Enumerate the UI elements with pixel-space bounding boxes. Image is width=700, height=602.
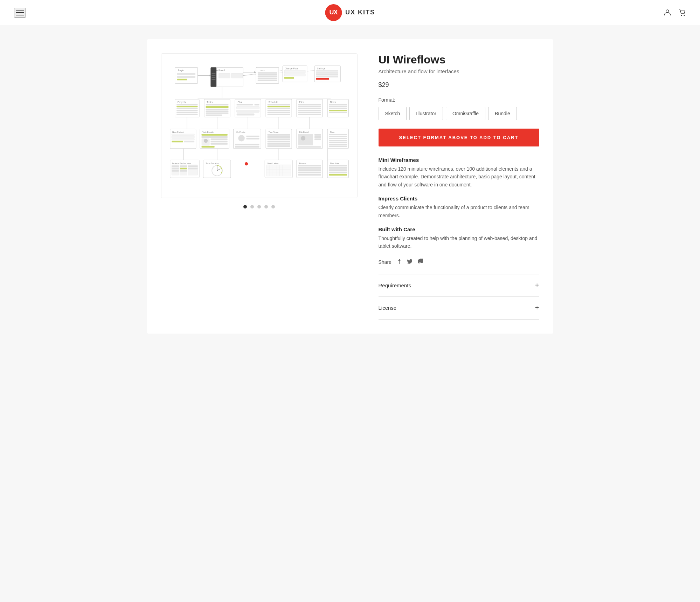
svg-rect-51	[176, 114, 197, 115]
svg-rect-86	[329, 106, 347, 108]
svg-rect-72	[267, 110, 290, 111]
svg-rect-195	[329, 174, 347, 176]
svg-rect-26	[257, 76, 277, 77]
svg-rect-101	[184, 141, 194, 143]
site-header: UX UX KITS	[0, 0, 700, 25]
svg-rect-38	[316, 74, 338, 76]
header-right	[664, 9, 686, 16]
logo-text: UX KITS	[345, 9, 375, 16]
format-sketch[interactable]: Sketch	[379, 107, 407, 120]
svg-text:File Detail: File Detail	[299, 131, 309, 133]
accordion-plus-icon: +	[535, 281, 539, 289]
svg-rect-24	[257, 72, 277, 74]
accordion-plus-icon-2: +	[535, 304, 539, 312]
svg-rect-66	[236, 114, 254, 116]
logo-icon: UX	[325, 4, 342, 21]
svg-rect-16	[212, 79, 215, 80]
svg-text:Settings: Settings	[317, 67, 325, 70]
svg-point-166	[244, 162, 248, 165]
svg-rect-111	[210, 143, 227, 145]
svg-rect-13	[212, 73, 215, 74]
svg-rect-59	[206, 115, 222, 116]
svg-rect-142	[329, 138, 347, 139]
product-image-section: Login Dashboard	[161, 53, 358, 212]
svg-rect-119	[235, 144, 259, 145]
svg-rect-184	[298, 165, 321, 166]
svg-rect-120	[235, 146, 259, 148]
accordion-license-header[interactable]: License +	[379, 297, 539, 319]
svg-rect-117	[246, 136, 259, 137]
accordion-license: License +	[379, 297, 539, 319]
svg-rect-191	[329, 165, 347, 166]
accordion-requirements-title: Requirements	[379, 282, 411, 288]
svg-rect-69	[267, 104, 290, 105]
format-bundle[interactable]: Bundle	[488, 107, 517, 120]
svg-rect-188	[298, 174, 321, 176]
svg-rect-47	[176, 106, 197, 108]
svg-rect-64	[236, 106, 259, 109]
svg-rect-163	[188, 168, 197, 170]
accordion-requirements: Requirements +	[379, 274, 539, 297]
feature-impress-clients: Impress Clients Clearly communicate the …	[379, 196, 539, 219]
feature-desc-3: Thoughtfully created to help with the pl…	[379, 234, 539, 250]
svg-rect-109	[210, 138, 227, 140]
add-to-cart-button[interactable]: SELECT FORMAT ABOVE TO ADD TO CART	[379, 129, 539, 146]
accordion-requirements-header[interactable]: Requirements +	[379, 274, 539, 296]
svg-rect-8	[177, 79, 187, 81]
svg-rect-136	[314, 138, 321, 140]
svg-rect-128	[267, 145, 290, 147]
svg-rect-65	[236, 110, 259, 112]
svg-text:Chat: Chat	[237, 101, 242, 103]
svg-rect-80	[298, 110, 321, 111]
main-container: Login Dashboard	[140, 25, 560, 348]
svg-rect-79	[298, 108, 321, 109]
svg-rect-118	[246, 138, 259, 139]
svg-rect-39	[316, 76, 338, 77]
pinterest-icon[interactable]	[417, 259, 423, 266]
feature-title-1: Mini Wireframes	[379, 157, 539, 163]
svg-rect-71	[267, 108, 290, 109]
svg-rect-54	[206, 104, 228, 105]
carousel-dot-5[interactable]	[271, 205, 275, 208]
carousel-dot-1[interactable]	[243, 205, 247, 208]
product-layout: Login Dashboard	[147, 39, 553, 334]
svg-rect-143	[329, 140, 347, 141]
cart-button[interactable]	[678, 9, 686, 16]
feature-desc-1: Includes 120 miniature wireframes, over …	[379, 165, 539, 189]
svg-rect-14	[212, 75, 215, 76]
svg-text:New Project: New Project	[172, 131, 184, 133]
carousel-dot-4[interactable]	[264, 205, 268, 208]
account-button[interactable]	[664, 9, 671, 16]
svg-rect-87	[329, 108, 347, 109]
svg-rect-125	[267, 138, 290, 140]
svg-rect-123	[267, 134, 290, 136]
svg-rect-48	[176, 108, 197, 109]
format-omnigraffle[interactable]: OmniGraffle	[446, 107, 485, 120]
format-label: Format:	[379, 97, 539, 103]
svg-text:New Note: New Note	[330, 162, 339, 164]
carousel-dot-3[interactable]	[257, 205, 261, 208]
svg-rect-28	[257, 80, 277, 81]
svg-text:Projects: Projects	[177, 101, 185, 104]
svg-point-108	[204, 139, 208, 143]
format-illustrator[interactable]: Illustrator	[409, 107, 443, 120]
svg-rect-36	[316, 70, 338, 72]
svg-rect-31	[284, 70, 305, 73]
facebook-icon[interactable]	[396, 259, 402, 266]
twitter-icon[interactable]	[407, 259, 413, 266]
svg-rect-145	[329, 144, 347, 145]
svg-rect-12	[210, 67, 216, 87]
svg-rect-7	[177, 76, 195, 78]
hamburger-menu[interactable]	[14, 8, 26, 18]
svg-text:Notes: Notes	[330, 101, 336, 103]
svg-rect-192	[329, 167, 347, 169]
svg-point-116	[238, 135, 245, 142]
format-options: Sketch Illustrator OmniGraffle Bundle	[379, 107, 539, 120]
svg-rect-46	[176, 104, 197, 105]
svg-rect-32	[284, 74, 305, 76]
product-price: $29	[379, 81, 539, 89]
svg-rect-162	[188, 165, 197, 167]
svg-rect-50	[176, 112, 197, 113]
carousel-dot-2[interactable]	[250, 205, 254, 208]
svg-rect-70	[267, 106, 290, 108]
